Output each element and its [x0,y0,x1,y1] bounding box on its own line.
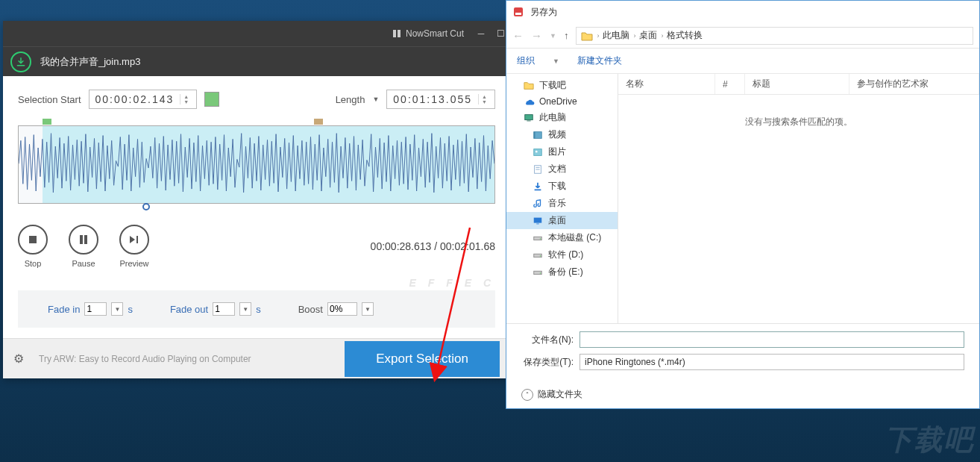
drive-icon [532,233,544,243]
crumb-0[interactable]: 此电脑 [603,29,629,42]
boost-label: Boost [298,304,323,315]
stop-label: Stop [25,259,42,268]
col-artist[interactable]: 参与创作的艺术家 [849,74,979,94]
tree-item-备份 (E:)[interactable]: 备份 (E:) [506,263,618,281]
fade-out-input[interactable] [213,302,235,316]
fade-in-unit: s [128,304,133,315]
fade-in-dropdown[interactable]: ▼ [111,302,123,316]
preview-label: Preview [119,259,148,268]
brand-icon [392,29,401,38]
tree-item-本地磁盘 (C:)[interactable]: 本地磁盘 (C:) [506,229,618,246]
fade-out-dropdown[interactable]: ▼ [239,302,251,316]
transport-controls: Stop Pause Preview 00:00:28.613 / 00:02:… [18,225,495,268]
tree-item-视频[interactable]: 视频 [506,126,618,143]
download-icon [532,181,544,192]
waveform[interactable] [18,125,495,204]
pause-button[interactable]: Pause [69,225,98,268]
new-folder-button[interactable]: 新建文件夹 [577,54,622,67]
folder-tree[interactable]: 下载吧OneDrive此电脑视频图片文档下载音乐桌面本地磁盘 (C:)软件 (D… [506,74,618,323]
tree-item-下载[interactable]: 下载 [506,178,618,195]
length-input[interactable]: 00:01:13.055 ▲▼ [386,90,495,109]
nav-up-icon[interactable]: ↑ [564,30,569,41]
boost-group: Boost ▼ [298,302,374,316]
dialog-bottom: 文件名(N): 保存类型(T): iPhone Ringtones (*.m4r… [506,323,979,381]
effects-panel: Fade in ▼ s Fade out ▼ s Boost ▼ [18,290,495,328]
picture-icon [532,147,544,157]
tree-label: 此电脑 [539,111,566,124]
breadcrumb[interactable]: › 此电脑› 桌面› 格式转换 [576,27,973,45]
length-label: Length [336,94,365,105]
fade-in-input[interactable] [84,302,107,316]
stop-button[interactable]: Stop [18,225,48,268]
fade-out-label: Fade out [170,304,208,315]
tree-item-图片[interactable]: 图片 [506,143,618,160]
pause-label: Pause [72,259,95,268]
preview-button[interactable]: Preview [119,225,149,268]
selection-color-swatch[interactable] [204,92,219,107]
svg-rect-5 [136,236,138,243]
boost-dropdown[interactable]: ▼ [362,302,374,316]
svg-rect-8 [525,114,533,119]
selection-controls: Selection Start 00:00:02.143 ▲▼ Length ▼… [18,90,495,109]
app-footer: ⚙ Try ARW: Easy to Record Audio Playing … [3,338,510,378]
selection-start-label: Selection Start [18,94,81,105]
settings-icon[interactable]: ⚙ [13,352,24,366]
dialog-title: 另存为 [530,6,557,19]
col-name[interactable]: 名称 [618,74,715,94]
tree-label: 下载 [548,180,566,193]
length-dropdown-icon[interactable]: ▼ [372,96,379,103]
tree-label: 桌面 [548,214,566,227]
tree-label: 本地磁盘 (C:) [548,231,601,244]
boost-input[interactable] [327,302,357,316]
tree-label: OneDrive [539,96,577,107]
hide-folders-toggle[interactable]: ˆ 隐藏文件夹 [506,381,979,408]
video-icon [532,130,544,140]
tree-item-OneDrive[interactable]: OneDrive [506,94,618,109]
thispc-icon [523,113,535,123]
tree-item-音乐[interactable]: 音乐 [506,195,618,212]
nav-recent-icon[interactable]: ▼ [550,32,556,40]
wave-svg [19,126,494,202]
playhead-indicator[interactable] [142,203,150,210]
svg-rect-2 [29,236,37,243]
tree-item-此电脑[interactable]: 此电脑 [506,109,618,126]
marker-start[interactable] [43,119,51,125]
save-as-dialog: 另存为 ← → ▼ ↑ › 此电脑› 桌面› 格式转换 组织 ▼ 新建文件夹 下… [506,0,980,409]
svg-rect-6 [514,7,523,16]
desktop-icon [532,216,544,226]
dialog-toolbar: 组织 ▼ 新建文件夹 [506,49,979,74]
svg-rect-12 [534,149,542,155]
svg-rect-4 [84,235,87,244]
crumb-1[interactable]: 桌面 [639,29,657,42]
dialog-titlebar: 另存为 [506,1,979,23]
tree-item-文档[interactable]: 文档 [506,160,618,178]
col-title[interactable]: 标题 [745,74,849,94]
minimize-button[interactable]: ─ [471,21,491,46]
app-title: NowSmart Cut [406,28,464,39]
fade-in-label: Fade in [48,304,80,315]
filename-input[interactable] [579,331,964,348]
tree-item-软件 (D:)[interactable]: 软件 (D:) [506,246,618,263]
col-num[interactable]: # [715,74,745,94]
selection-start-spinner[interactable]: ▲▼ [180,94,190,104]
organize-chevron-icon[interactable]: ▼ [553,57,559,65]
tree-label: 备份 (E:) [548,266,583,278]
audio-editor-window: NowSmart Cut ─ ☐ 我的合并声音_join.mp3 Selecti… [3,21,510,378]
column-headers: 名称 # 标题 参与创作的艺术家 [618,74,979,95]
tree-item-桌面[interactable]: 桌面 [506,212,618,229]
marker-play[interactable] [314,119,323,125]
nav-forward-icon[interactable]: → [531,29,542,42]
nav-back-icon[interactable]: ← [512,29,524,42]
export-selection-button[interactable]: Export Selection [345,341,500,377]
time-current: 00:00:28.613 [371,240,432,252]
file-bar: 我的合并声音_join.mp3 [3,46,510,76]
organize-button[interactable]: 组织 [517,54,535,67]
download-icon[interactable] [10,51,31,72]
length-spinner[interactable]: ▲▼ [478,94,489,104]
dialog-nav: ← → ▼ ↑ › 此电脑› 桌面› 格式转换 [506,23,979,49]
tree-item-下载吧[interactable]: 下载吧 [506,77,618,94]
selection-start-input[interactable]: 00:00:02.143 ▲▼ [89,90,198,109]
crumb-2[interactable]: 格式转换 [667,29,703,42]
filetype-combo[interactable]: iPhone Ringtones (*.m4r) [579,354,964,370]
try-arw-link[interactable]: Try ARW: Easy to Record Audio Playing on… [39,354,251,364]
